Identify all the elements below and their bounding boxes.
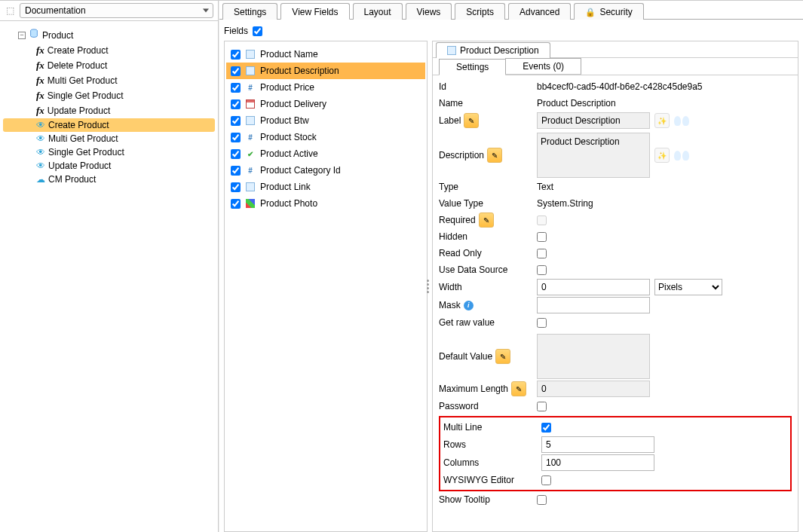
- edit-description-button[interactable]: ✎: [487, 148, 502, 163]
- width-label: Width: [439, 282, 537, 292]
- fx-icon: fx: [36, 44, 44, 57]
- info-icon[interactable]: i: [464, 301, 474, 310]
- tree-item[interactable]: fxMulti Get Product: [3, 73, 215, 88]
- cloud-icon: ☁: [36, 174, 45, 185]
- tab-layout[interactable]: Layout: [353, 3, 403, 20]
- field-visible-checkbox[interactable]: [231, 133, 241, 142]
- navigator-filter-combo[interactable]: Documentation: [20, 3, 213, 18]
- id-label: Id: [439, 81, 537, 92]
- field-label: Product Category Id: [260, 165, 341, 176]
- edit-required-button[interactable]: ✎: [479, 212, 494, 228]
- field-visible-checkbox[interactable]: [231, 199, 241, 209]
- field-list-item[interactable]: #Product Category Id: [226, 162, 425, 179]
- field-visible-checkbox[interactable]: [231, 149, 241, 159]
- tree-item-label: Single Get Product: [48, 147, 124, 157]
- field-label: Product Btw: [260, 115, 309, 126]
- fx-icon: fx: [36, 60, 44, 72]
- tree-item[interactable]: fxCreate Product: [3, 43, 215, 58]
- navigator-tree: − Product fxCreate ProductfxDelete Produ…: [0, 21, 218, 532]
- edit-label-button[interactable]: ✎: [464, 113, 479, 128]
- tab-views[interactable]: Views: [406, 3, 452, 20]
- tree-item[interactable]: ☁CM Product: [3, 173, 215, 186]
- readonly-checkbox[interactable]: [537, 249, 547, 258]
- field-visible-checkbox[interactable]: [231, 166, 241, 176]
- field-list-item[interactable]: #Product Stock: [226, 129, 425, 145]
- field-visible-checkbox[interactable]: [231, 182, 241, 192]
- tab-scripts[interactable]: Scripts: [455, 3, 505, 20]
- tab-security[interactable]: 🔒Security: [574, 3, 643, 20]
- valuetype-value: System.String: [537, 198, 593, 209]
- settings-form: Idbb4cecf0-cad5-40df-b6e2-c428c45de9a5 N…: [433, 75, 798, 515]
- width-unit-select[interactable]: Pixels: [654, 279, 722, 295]
- required-checkbox[interactable]: [537, 216, 547, 225]
- fields-header: Fields: [219, 23, 798, 41]
- field-label: Product Photo: [260, 198, 317, 209]
- name-value: Product Description: [537, 98, 616, 109]
- label-label: Label: [439, 115, 461, 126]
- type-label: Type: [439, 182, 537, 192]
- field-list-item[interactable]: Product Link: [226, 179, 425, 195]
- expand-icon[interactable]: −: [18, 32, 26, 39]
- maxlen-input[interactable]: [537, 381, 650, 397]
- width-input[interactable]: [537, 279, 650, 295]
- field-list-item[interactable]: #Product Price: [226, 79, 425, 96]
- field-list-item[interactable]: Product Delivery: [226, 96, 425, 112]
- navigator-panel: ⬚ Documentation − Product fxCreate Produ…: [0, 1, 219, 532]
- splitter-handle[interactable]: [427, 280, 429, 293]
- rows-input[interactable]: [541, 436, 654, 453]
- tree-item[interactable]: 👁Single Get Product: [3, 145, 215, 159]
- tab-settings[interactable]: Settings: [222, 3, 277, 20]
- hidden-checkbox[interactable]: [537, 232, 547, 242]
- description-input[interactable]: Product Description: [537, 133, 650, 178]
- tree-root[interactable]: − Product: [3, 27, 215, 43]
- navigator-filter-value: Documentation: [25, 5, 86, 16]
- wysiwyg-checkbox[interactable]: [541, 475, 551, 485]
- password-checkbox[interactable]: [537, 402, 547, 411]
- default-input[interactable]: [537, 334, 650, 379]
- edit-default-button[interactable]: ✎: [495, 349, 510, 364]
- tab-view-fields[interactable]: View Fields: [280, 3, 349, 20]
- field-visible-checkbox[interactable]: [231, 66, 241, 76]
- hidden-label: Hidden: [439, 231, 537, 242]
- tab-advanced[interactable]: Advanced: [508, 3, 571, 20]
- field-visible-checkbox[interactable]: [231, 99, 241, 109]
- tooltip-checkbox[interactable]: [537, 495, 547, 505]
- valuetype-label: Value Type: [439, 198, 537, 209]
- tree-item[interactable]: 👁Multi Get Product: [3, 132, 215, 145]
- tab-settings[interactable]: Settings: [439, 59, 506, 75]
- cols-input[interactable]: [541, 454, 654, 471]
- field-visible-checkbox[interactable]: [231, 116, 241, 126]
- cols-label: Columns: [443, 457, 541, 468]
- database-icon: [29, 29, 39, 41]
- field-list-item[interactable]: Product Photo: [226, 195, 425, 212]
- tree-item[interactable]: 👁Create Product: [3, 118, 215, 132]
- tree-item[interactable]: fxUpdate Product: [3, 103, 215, 118]
- tree-item[interactable]: 👁Update Product: [3, 159, 215, 173]
- tab-events[interactable]: Events (0): [505, 58, 581, 75]
- description-hints-icon: [674, 151, 689, 161]
- getraw-checkbox[interactable]: [537, 318, 547, 328]
- label-wand-button[interactable]: ✨: [654, 113, 670, 128]
- edit-maxlen-button[interactable]: ✎: [511, 381, 526, 396]
- tree-item[interactable]: fxDelete Product: [3, 58, 215, 73]
- field-list-item[interactable]: Product Btw: [226, 112, 425, 129]
- tree-item-label: Update Product: [48, 105, 110, 116]
- field-list-item[interactable]: Product Name: [226, 46, 425, 63]
- mask-input[interactable]: [537, 297, 650, 313]
- getraw-label: Get raw value: [439, 317, 537, 328]
- field-visible-checkbox[interactable]: [231, 50, 241, 60]
- field-list-item[interactable]: Product Description: [226, 63, 425, 79]
- field-list-item[interactable]: ✔Product Active: [226, 145, 425, 162]
- field-visible-checkbox[interactable]: [231, 83, 241, 93]
- tree-item-label: Create Product: [48, 45, 109, 56]
- description-wand-button[interactable]: ✨: [654, 148, 670, 163]
- tree-item[interactable]: fxSingle Get Product: [3, 88, 215, 103]
- wysiwyg-label: WYSIWYG Editor: [443, 475, 541, 485]
- fields-toggle-checkbox[interactable]: [253, 26, 262, 36]
- useds-checkbox[interactable]: [537, 265, 547, 275]
- multiline-checkbox[interactable]: [541, 423, 551, 433]
- main-tab-strip: SettingsView FieldsLayoutViewsScriptsAdv…: [219, 1, 803, 20]
- detail-title[interactable]: Product Description: [436, 42, 550, 58]
- pin-icon[interactable]: ⬚: [5, 5, 15, 16]
- label-input[interactable]: [537, 112, 650, 129]
